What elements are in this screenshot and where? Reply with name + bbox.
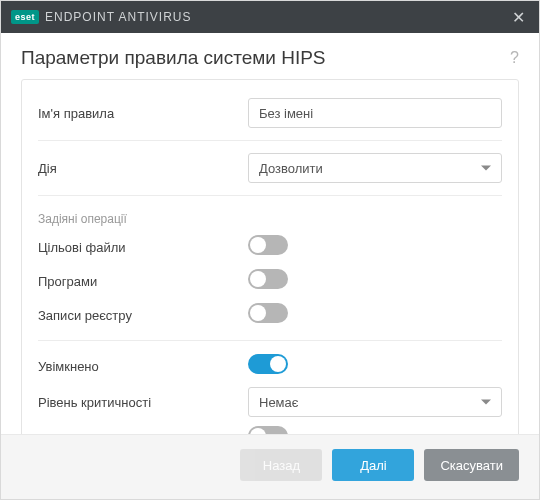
target-files-toggle[interactable] (248, 235, 288, 255)
cancel-button[interactable]: Скасувати (424, 449, 519, 481)
target-files-label: Цільові файли (38, 240, 248, 255)
severity-select-value: Немає (259, 395, 298, 410)
divider (38, 340, 502, 341)
registry-label: Записи реєстру (38, 308, 248, 323)
rule-name-label: Ім'я правила (38, 106, 248, 121)
close-icon[interactable]: ✕ (508, 8, 529, 27)
severity-select[interactable]: Немає (248, 387, 502, 417)
row-notify-user: Сповістити користувача (38, 421, 502, 434)
page-title: Параметри правила системи HIPS (21, 47, 510, 69)
notify-user-toggle[interactable] (248, 426, 288, 434)
row-registry: Записи реєстру (38, 298, 502, 332)
action-select-value: Дозволити (259, 161, 323, 176)
brand: eset ENDPOINT ANTIVIRUS (11, 10, 191, 24)
brand-name: ENDPOINT ANTIVIRUS (45, 10, 191, 24)
programs-toggle[interactable] (248, 269, 288, 289)
next-button[interactable]: Далі (332, 449, 414, 481)
form-panel: Ім'я правила Дія Дозволити Задіяні опера… (21, 79, 519, 434)
row-enabled: Увімкнено (38, 349, 502, 383)
back-button[interactable]: Назад (240, 449, 322, 481)
help-icon[interactable]: ? (510, 49, 519, 67)
registry-toggle[interactable] (248, 303, 288, 323)
action-select[interactable]: Дозволити (248, 153, 502, 183)
operations-section-head: Задіяні операції (38, 204, 502, 230)
brand-logo: eset (11, 10, 39, 24)
divider (38, 195, 502, 196)
severity-label: Рівень критичності (38, 395, 248, 410)
row-rule-name: Ім'я правила (38, 94, 502, 132)
action-label: Дія (38, 161, 248, 176)
row-severity: Рівень критичності Немає (38, 383, 502, 421)
row-programs: Програми (38, 264, 502, 298)
enabled-label: Увімкнено (38, 359, 248, 374)
rule-name-input[interactable] (248, 98, 502, 128)
app-window: eset ENDPOINT ANTIVIRUS ✕ Параметри прав… (0, 0, 540, 500)
divider (38, 140, 502, 141)
page-header: Параметри правила системи HIPS ? (1, 33, 539, 79)
programs-label: Програми (38, 274, 248, 289)
row-target-files: Цільові файли (38, 230, 502, 264)
enabled-toggle[interactable] (248, 354, 288, 374)
content: Ім'я правила Дія Дозволити Задіяні опера… (1, 79, 539, 434)
titlebar: eset ENDPOINT ANTIVIRUS ✕ (1, 1, 539, 33)
row-action: Дія Дозволити (38, 149, 502, 187)
footer: Назад Далі Скасувати (1, 434, 539, 499)
